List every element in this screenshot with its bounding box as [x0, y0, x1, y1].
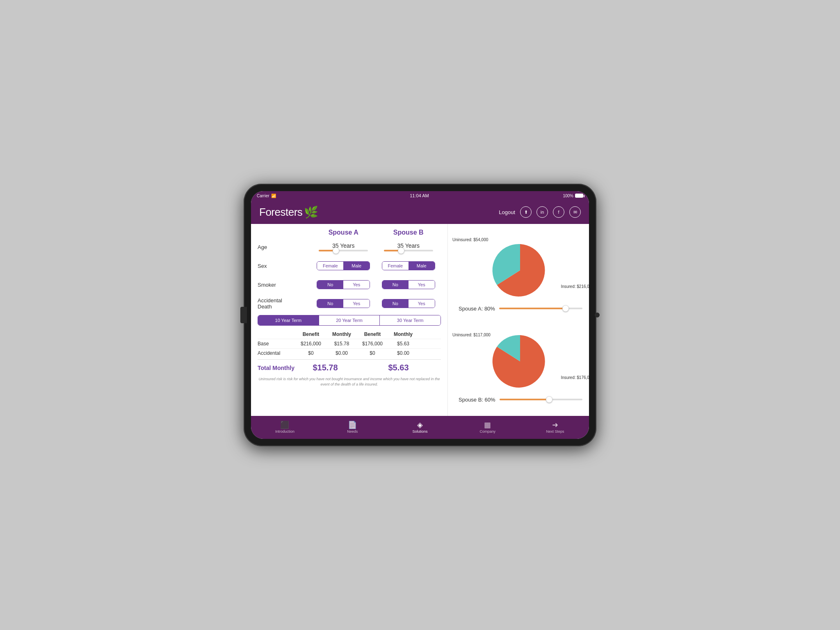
nav-needs-label: Needs — [347, 429, 358, 434]
share-icon[interactable]: ⬆ — [520, 206, 532, 218]
left-panel: Spouse A Spouse B Age 35 Years — [251, 224, 448, 416]
nav-solutions[interactable]: ◈ Solutions — [386, 420, 454, 435]
smoker-label: Smoker — [258, 282, 311, 288]
volume-button[interactable] — [240, 307, 247, 323]
spouse-b-header: Spouse B — [376, 229, 441, 236]
base-benefit-a: $216,000 — [294, 341, 327, 347]
accidental-benefit-label: Accidental — [258, 350, 294, 356]
bottom-nav: ⬛ Introduction 📄 Needs ◈ Solutions ▦ Com… — [251, 416, 589, 439]
base-label: Base — [258, 341, 294, 347]
spouse-b-insured-label: Insured: $176,000 — [561, 375, 589, 380]
benefits-table: Benefit Monthly Benefit Monthly Base $21… — [258, 330, 441, 375]
nav-needs[interactable]: 📄 Needs — [319, 420, 386, 435]
term-10-btn[interactable]: 10 Year Term — [258, 315, 319, 325]
next-steps-icon: ➜ — [552, 421, 558, 429]
spouse-b-slider-label: Spouse B: 60% — [459, 397, 495, 403]
logout-button[interactable]: Logout — [499, 209, 515, 215]
monthly-header-a: Monthly — [327, 331, 356, 337]
nav-next-steps[interactable]: ➜ Next Steps — [521, 420, 589, 435]
nav-company-label: Company — [480, 429, 496, 434]
logo-leaf-icon: 🌿 — [304, 205, 318, 219]
solutions-icon: ◈ — [417, 421, 423, 429]
base-row: Base $216,000 $15.78 $176,000 $5.63 — [258, 339, 441, 348]
spouse-a-accidental-yes-btn[interactable]: Yes — [343, 299, 370, 308]
accidental-label: AccidentalDeath — [258, 297, 311, 310]
spouse-b-age-control: 35 Years — [376, 242, 441, 251]
spouse-b-sex-control: Female Male — [376, 261, 441, 270]
spouse-b-accidental-yes-btn[interactable]: Yes — [409, 299, 435, 308]
sex-row: Sex Female Male Female Male — [258, 258, 441, 273]
spouse-b-pie-chart — [479, 329, 561, 394]
benefit-header-a: Benefit — [294, 331, 327, 337]
accidental-benefit-b: $0 — [356, 350, 389, 356]
spouse-a-sex-female-btn[interactable]: Female — [317, 262, 343, 270]
spouse-b-slider-row: Spouse B: 60% — [454, 397, 582, 403]
spouse-a-smoker-yes-btn[interactable]: Yes — [343, 281, 370, 289]
spouse-b-accidental-toggle: No Yes — [382, 299, 435, 308]
spouse-a-accidental-toggle: No Yes — [317, 299, 370, 308]
spouse-b-sex-female-btn[interactable]: Female — [382, 262, 409, 270]
spouse-a-coverage-slider[interactable] — [499, 308, 582, 309]
spouse-b-smoker-toggle: No Yes — [382, 280, 435, 289]
spouse-a-pie-container: Uninsured: $54,000 Insured: $216,000 — [479, 237, 561, 303]
accidental-benefit-a: $0 — [294, 350, 327, 356]
spouse-a-age-slider[interactable] — [319, 250, 368, 251]
accidental-benefits-row: Accidental $0 $0.00 $0 $0.00 — [258, 348, 441, 358]
monthly-header-b: Monthly — [389, 331, 418, 337]
carrier-label: Carrier — [257, 194, 269, 198]
age-row: Age 35 Years 35 Years — [258, 240, 441, 254]
spouse-a-slider-label: Spouse A: 80% — [459, 306, 495, 312]
spouse-a-smoker-toggle: No Yes — [317, 280, 370, 289]
accidental-row: AccidentalDeath No Yes No Yes — [258, 296, 441, 311]
spouse-b-sex-toggle: Female Male — [382, 261, 435, 270]
facebook-icon[interactable]: f — [553, 206, 564, 218]
email-icon[interactable]: ✉ — [569, 206, 581, 218]
spouse-b-sex-male-btn[interactable]: Male — [409, 262, 435, 270]
linkedin-icon[interactable]: in — [536, 206, 548, 218]
home-button[interactable] — [595, 313, 600, 317]
total-row: Total Monthly $15.78 $5.63 — [258, 359, 441, 375]
time-display: 11:04 AM — [410, 193, 429, 198]
needs-icon: 📄 — [348, 421, 357, 429]
company-icon: ▦ — [484, 421, 491, 429]
term-30-btn[interactable]: 30 Year Term — [380, 315, 441, 325]
battery-pct: 100% — [563, 194, 573, 198]
spouse-a-insured-label: Insured: $216,000 — [561, 284, 589, 289]
nav-company[interactable]: ▦ Company — [454, 420, 521, 435]
main-content: Spouse A Spouse B Age 35 Years — [251, 224, 589, 416]
benefit-header-b: Benefit — [356, 331, 389, 337]
spouse-b-coverage-slider[interactable] — [500, 399, 582, 400]
spouse-a-sex-male-btn[interactable]: Male — [343, 262, 370, 270]
spouse-header: Spouse A Spouse B — [258, 229, 441, 236]
spouse-b-age-slider[interactable] — [384, 250, 433, 251]
battery-icon — [575, 194, 583, 198]
spouse-a-sex-toggle: Female Male — [317, 261, 370, 270]
spouse-b-pie-container: Uninsured: $117,000 Insured: $176,000 — [479, 329, 561, 394]
nav-next-steps-label: Next Steps — [546, 429, 564, 434]
total-label: Total Monthly — [258, 365, 294, 371]
nav-introduction-label: Introduction — [275, 429, 294, 434]
term-20-btn[interactable]: 20 Year Term — [319, 315, 380, 325]
spouse-a-accidental-no-btn[interactable]: No — [317, 299, 343, 308]
spouse-a-age-value: 35 Years — [319, 242, 368, 249]
age-label: Age — [258, 244, 311, 250]
logo: Foresters 🌿 — [259, 205, 318, 219]
ipad-device: Carrier 📶 11:04 AM 100% Foresters 🌿 Logo… — [244, 184, 596, 446]
spouse-a-slider-row: Spouse A: 80% — [454, 306, 582, 312]
total-monthly-a: $15.78 — [294, 363, 356, 372]
spouse-a-uninsured-label: Uninsured: $54,000 — [452, 237, 488, 242]
base-monthly-a: $15.78 — [327, 341, 356, 347]
spouse-b-smoker-yes-btn[interactable]: Yes — [409, 281, 435, 289]
header-actions: Logout ⬆ in f ✉ — [499, 206, 581, 218]
status-bar: Carrier 📶 11:04 AM 100% — [251, 191, 589, 200]
benefits-header: Benefit Monthly Benefit Monthly — [258, 330, 441, 339]
spouse-b-smoker-control: No Yes — [376, 280, 441, 289]
spouse-b-accidental-no-btn[interactable]: No — [382, 299, 409, 308]
nav-introduction[interactable]: ⬛ Introduction — [251, 420, 319, 435]
spouse-b-smoker-no-btn[interactable]: No — [382, 281, 409, 289]
screen: Carrier 📶 11:04 AM 100% Foresters 🌿 Logo… — [251, 191, 589, 439]
spouse-a-header: Spouse A — [311, 229, 376, 236]
sex-label: Sex — [258, 263, 311, 269]
spouse-a-smoker-no-btn[interactable]: No — [317, 281, 343, 289]
accidental-monthly-a: $0.00 — [327, 350, 356, 356]
